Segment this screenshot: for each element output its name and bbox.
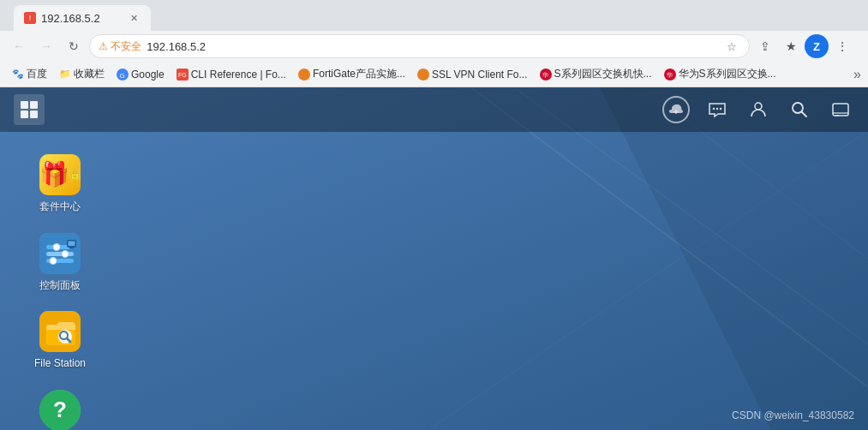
bookmark-google[interactable]: G Google [111, 66, 170, 83]
file-station-label: File Station [34, 357, 86, 371]
bookmark-fortigate-label: FortiGate产品实施... [313, 67, 405, 81]
svg-rect-18 [21, 110, 28, 118]
cli-favicon: FG [177, 69, 189, 81]
address-bar: ← → ↻ ⚠ 不安全 192.168.5.2 ☆ ⇪ ★ Z ⋮ [0, 31, 868, 62]
nas-search-button[interactable] [786, 96, 813, 123]
svg-line-25 [802, 112, 807, 117]
browser-chrome: ! 192.168.5.2 ✕ ← → ↻ ⚠ 不安全 192.168.5.2 … [0, 0, 868, 87]
svg-point-4 [298, 69, 310, 81]
file-station-image [39, 311, 81, 352]
bookmark-sslvpn[interactable]: SSL VPN Client Fo... [412, 66, 533, 83]
svg-point-22 [720, 108, 721, 110]
control-panel-label: 控制面板 [39, 279, 81, 293]
nas-desktop: 套件中心 [0, 87, 868, 430]
menu-button[interactable]: ⋮ [830, 34, 854, 58]
svg-point-5 [417, 69, 429, 81]
svg-rect-19 [30, 110, 38, 118]
svg-point-33 [75, 176, 76, 176]
nas-toolbar-right [662, 96, 854, 123]
tab-favicon: ! [24, 12, 36, 24]
nas-chat-button[interactable] [703, 96, 731, 123]
dsm-help-image: ? [39, 390, 81, 430]
bookmark-cli[interactable]: FG CLI Reference | Fo... [171, 66, 291, 83]
tab-close-button[interactable]: ✕ [127, 11, 141, 25]
svg-rect-42 [69, 241, 75, 246]
url-right-icons: ☆ [723, 38, 740, 55]
bookmark-star-button[interactable]: ☆ [723, 38, 740, 55]
svg-point-39 [62, 250, 69, 257]
browser-right-icons: ⇪ ★ Z ⋮ [753, 34, 861, 58]
bookmark-baidu-label: 百度 [27, 67, 47, 81]
svg-rect-26 [833, 104, 848, 116]
desktop-icons-area: 套件中心 [0, 132, 868, 430]
bookmark-huawei1-label: S系列园区交换机快... [554, 67, 652, 81]
svg-point-40 [50, 257, 57, 264]
url-container[interactable]: ⚠ 不安全 192.168.5.2 ☆ [89, 34, 750, 58]
svg-text:G: G [120, 71, 125, 79]
cloud-refresh-circle [662, 96, 690, 123]
svg-rect-17 [30, 101, 38, 109]
svg-point-23 [755, 103, 762, 110]
google-favicon: G [117, 69, 129, 81]
svg-text:FG: FG [178, 72, 187, 78]
nas-cloud-refresh-button[interactable] [662, 96, 690, 123]
favorites-button[interactable]: ★ [779, 34, 803, 58]
control-panel-icon[interactable]: 控制面板 [26, 228, 94, 298]
bookmark-sslvpn-label: SSL VPN Client Fo... [432, 69, 528, 81]
share-button[interactable]: ⇪ [753, 34, 777, 58]
package-center-label: 套件中心 [39, 200, 81, 214]
svg-point-20 [713, 108, 715, 110]
security-warning: ⚠ 不安全 [99, 39, 141, 54]
bookmark-cli-label: CLI Reference | Fo... [191, 69, 286, 81]
svg-point-21 [716, 108, 718, 110]
bookmark-google-label: Google [131, 69, 165, 81]
tab-bar: ! 192.168.5.2 ✕ [0, 0, 868, 31]
baidu-favicon: 🐾 [12, 69, 24, 81]
svg-point-38 [53, 243, 60, 250]
back-button[interactable]: ← [7, 34, 31, 58]
huawei2-favicon: 华 [664, 69, 676, 81]
svg-text:华: 华 [667, 72, 673, 79]
bookmarks-bar: 🐾 百度 📁 收藏栏 G Google FG CLI Reference | F… [0, 62, 868, 87]
dsm-help-icon[interactable]: ? DSM 说明 [26, 385, 94, 430]
tab-title: 192.168.5.2 [41, 12, 100, 25]
svg-rect-28 [835, 115, 839, 116]
svg-point-32 [74, 176, 75, 176]
svg-point-31 [73, 175, 76, 178]
nas-user-button[interactable] [745, 96, 772, 123]
control-panel-image [39, 233, 81, 274]
file-station-icon[interactable]: File Station [26, 306, 94, 376]
package-center-icon[interactable]: 套件中心 [26, 149, 94, 219]
svg-text:华: 华 [542, 72, 548, 79]
bookmarks-more-button[interactable]: » [853, 67, 861, 82]
bookmark-favorites[interactable]: 📁 收藏栏 [54, 64, 110, 84]
nas-apps-icon[interactable] [14, 94, 45, 125]
bookmark-huawei1[interactable]: 华 S系列园区交换机快... [535, 64, 657, 84]
favorites-favicon: 📁 [59, 69, 71, 81]
svg-rect-36 [46, 252, 74, 256]
forward-button[interactable]: → [34, 34, 58, 58]
url-input[interactable]: 192.168.5.2 [147, 40, 718, 53]
huawei1-favicon: 华 [540, 69, 552, 81]
sslvpn-favicon [417, 69, 429, 81]
bookmark-huawei2-label: 华为S系列园区交换... [679, 67, 776, 81]
svg-rect-16 [21, 101, 28, 109]
bookmark-fortigate[interactable]: FortiGate产品实施... [293, 64, 410, 84]
reload-button[interactable]: ↻ [62, 34, 86, 58]
bookmark-huawei2[interactable]: 华 华为S系列园区交换... [659, 64, 781, 84]
profile-button[interactable]: Z [805, 34, 829, 58]
svg-rect-43 [69, 248, 74, 249]
active-tab[interactable]: ! 192.168.5.2 ✕ [14, 5, 151, 31]
package-center-image [39, 154, 81, 195]
nas-toolbar [0, 87, 868, 132]
watermark: CSDN @weixin_43830582 [732, 409, 854, 421]
fortigate-favicon [298, 69, 310, 81]
bookmark-favorites-label: 收藏栏 [74, 67, 105, 81]
svg-text:?: ? [53, 397, 67, 422]
nas-taskbar-button[interactable] [827, 96, 854, 123]
nas-logo [14, 94, 45, 125]
bookmark-baidu[interactable]: 🐾 百度 [7, 64, 52, 84]
